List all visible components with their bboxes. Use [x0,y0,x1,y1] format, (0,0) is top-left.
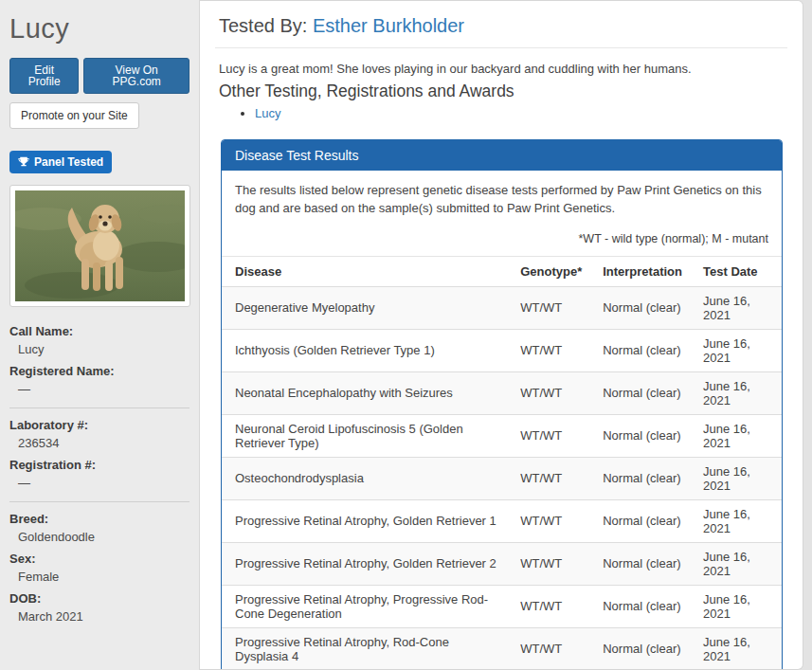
detail-item: Laboratory #: 236534 [9,416,189,454]
genotype-cell: WT/WT [507,371,589,414]
dog-photo [15,190,185,301]
genotype-cell: WT/WT [507,542,589,585]
col-header-test-date: Test Date [690,256,782,286]
table-row: Progressive Retinal Atrophy, Rod-Cone Dy… [222,627,782,670]
edit-profile-button[interactable]: Edit Profile [9,58,79,94]
detail-label: Laboratory #: [9,416,189,434]
detail-label: Sex: [9,550,189,568]
detail-item: Sex: Female [9,550,189,588]
test-date-cell: June 16, 2021 [690,457,782,499]
interpretation-cell: Normal (clear) [589,542,690,585]
test-date-cell: June 16, 2021 [690,371,782,414]
disease-table: Disease Genotype* Interpretation Test Da… [222,256,782,670]
main-content: Tested By: Esther Burkholder Lucy is a g… [200,0,803,670]
detail-value: Goldendoodle [9,528,189,548]
interpretation-cell: Normal (clear) [589,286,690,329]
col-header-genotype: Genotype* [507,256,589,286]
genotype-cell: WT/WT [507,585,589,627]
interpretation-cell: Normal (clear) [589,414,690,457]
tested-by-heading: Tested By: Esther Burkholder [219,15,787,37]
other-testing-link[interactable]: Lucy [255,106,280,120]
tested-by-link[interactable]: Esther Burkholder [313,15,464,36]
detail-value: 236534 [9,434,189,454]
detail-value: — [9,474,189,494]
col-header-interpretation: Interpretation [589,256,690,286]
genotype-cell: WT/WT [507,286,589,329]
view-on-ppg-button[interactable]: View On PPG.com [83,58,189,94]
detail-item: DOB: March 2021 [9,589,189,627]
interpretation-cell: Normal (clear) [589,585,690,627]
interpretation-cell: Normal (clear) [589,627,690,670]
table-row: Degenerative Myelopathy WT/WT Normal (cl… [222,286,782,329]
panel-intro: The results listed below represent genet… [235,182,768,218]
detail-item: Registered Name: — [9,362,189,400]
disease-cell: Progressive Retinal Atrophy, Rod-Cone Dy… [222,627,507,670]
detail-label: Call Name: [9,322,189,340]
disease-results-panel: Disease Test Results The results listed … [221,139,783,670]
table-header-row: Disease Genotype* Interpretation Test Da… [222,256,782,286]
table-row: Progressive Retinal Atrophy, Progressive… [222,585,782,627]
genotype-legend: *WT - wild type (normal); M - mutant [235,232,768,245]
detail-item: Breed: Goldendoodle [9,510,189,548]
disease-cell: Neonatal Encephalopathy with Seizures [222,371,507,414]
interpretation-cell: Normal (clear) [589,457,690,499]
disease-cell: Osteochondrodysplasia [222,457,507,499]
detail-label: Registration #: [9,456,189,474]
interpretation-cell: Normal (clear) [589,329,690,371]
dog-photo-frame [9,185,190,307]
test-date-cell: June 16, 2021 [690,286,782,329]
interpretation-cell: Normal (clear) [589,371,690,414]
detail-divider [9,501,189,502]
disease-cell: Progressive Retinal Atrophy, Golden Retr… [222,499,507,542]
panel-tested-badge: Panel Tested [9,151,112,173]
panel-tested-label: Panel Tested [34,155,103,169]
detail-value: Lucy [9,340,189,360]
table-row: Progressive Retinal Atrophy, Golden Retr… [222,542,782,585]
test-date-cell: June 16, 2021 [690,585,782,627]
sidebar: Lucy Edit Profile View On PPG.com Promot… [0,0,200,670]
test-date-cell: June 16, 2021 [690,627,782,670]
panel-title: Disease Test Results [222,140,782,171]
table-row: Neuronal Ceroid Lipofuscinosis 5 (Golden… [222,414,782,457]
page: Lucy Edit Profile View On PPG.com Promot… [0,0,812,670]
table-row: Ichthyosis (Golden Retriever Type 1) WT/… [222,329,782,371]
test-date-cell: June 16, 2021 [690,542,782,585]
disease-table-body: Degenerative Myelopathy WT/WT Normal (cl… [222,286,782,670]
detail-label: Breed: [9,510,189,528]
dog-name-title: Lucy [9,13,189,45]
other-testing-item: Lucy [255,104,787,122]
genotype-cell: WT/WT [507,414,589,457]
promote-button[interactable]: Promote on your Site [9,102,139,129]
test-date-cell: June 16, 2021 [690,414,782,457]
disease-cell: Degenerative Myelopathy [222,286,507,329]
genotype-cell: WT/WT [507,499,589,542]
detail-value: March 2021 [9,607,189,627]
test-date-cell: June 16, 2021 [690,329,782,371]
dog-details: Call Name: Lucy Registered Name: — Labor… [9,322,189,627]
detail-divider [9,407,189,408]
interpretation-cell: Normal (clear) [589,499,690,542]
detail-value: — [9,380,189,400]
dog-bio: Lucy is a great mom! She loves playing i… [219,62,787,76]
detail-label: DOB: [9,589,189,607]
detail-item: Registration #: — [9,456,189,494]
detail-item: Call Name: Lucy [9,322,189,360]
test-date-cell: June 16, 2021 [690,499,782,542]
table-row: Osteochondrodysplasia WT/WT Normal (clea… [222,457,782,499]
other-testing-heading: Other Testing, Registrations and Awards [219,81,787,101]
table-row: Progressive Retinal Atrophy, Golden Retr… [222,499,782,542]
detail-value: Female [9,568,189,588]
disease-cell: Neuronal Ceroid Lipofuscinosis 5 (Golden… [222,414,507,457]
tested-by-label: Tested By: [219,15,313,36]
detail-label: Registered Name: [9,362,189,380]
heading-divider [215,47,787,48]
col-header-disease: Disease [222,256,507,286]
genotype-cell: WT/WT [507,627,589,670]
disease-cell: Progressive Retinal Atrophy, Progressive… [222,585,507,627]
disease-cell: Ichthyosis (Golden Retriever Type 1) [222,329,507,371]
genotype-cell: WT/WT [507,329,589,371]
table-row: Neonatal Encephalopathy with Seizures WT… [222,371,782,414]
genotype-cell: WT/WT [507,457,589,499]
disease-cell: Progressive Retinal Atrophy, Golden Retr… [222,542,507,585]
trophy-icon [18,156,29,168]
